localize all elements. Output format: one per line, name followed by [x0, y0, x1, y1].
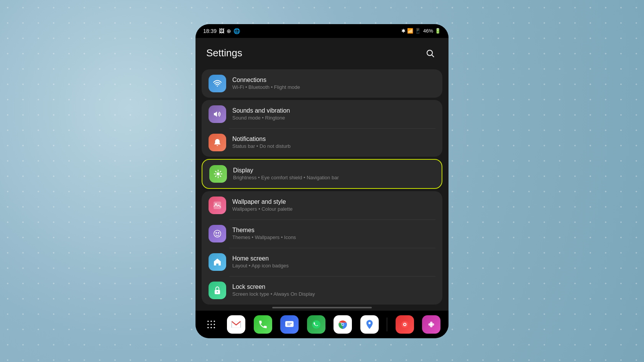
page-title: Settings: [206, 47, 242, 59]
svg-point-8: [215, 232, 217, 234]
display-title: Display: [233, 167, 435, 174]
mirroring-icon: [400, 319, 410, 329]
settings-item-display[interactable]: Display Brightness • Eye comfort shield …: [202, 160, 442, 188]
search-icon: [426, 49, 435, 58]
svg-point-9: [218, 232, 219, 234]
themes-icon-wrap: [209, 225, 226, 242]
status-icon-3: 🌐: [233, 28, 240, 34]
whatsapp-icon: [311, 319, 321, 329]
svg-rect-21: [285, 321, 294, 327]
svg-point-36: [430, 323, 432, 325]
wallpaper-title: Wallpaper and style: [232, 198, 435, 205]
display-text: Display Brightness • Eye comfort shield …: [233, 167, 435, 180]
homescreen-icon-wrap: [209, 253, 226, 271]
phone-frame: 18:39 🖼 ⊕ 🌐 ✱ 📶 📱 46% 🔋 Settings: [196, 24, 449, 338]
apps-grid-icon: [206, 319, 217, 330]
chrome-icon: [337, 319, 348, 330]
lockscreen-icon-wrap: [209, 282, 226, 299]
status-time: 18:39: [203, 28, 217, 34]
wallpaper-text: Wallpaper and style Wallpapers • Colour …: [232, 198, 435, 212]
settings-item-connections[interactable]: Connections Wi-Fi • Bluetooth • Flight m…: [202, 69, 442, 98]
signal-icon: 📱: [415, 28, 421, 34]
status-icon-2: ⊕: [227, 28, 231, 34]
dock-gmail[interactable]: [227, 315, 245, 334]
lockscreen-text: Lock screen Screen lock type • Always On…: [232, 283, 435, 297]
maps-icon: [364, 319, 375, 330]
svg-point-12: [207, 321, 209, 322]
display-icon-wrap: [209, 165, 227, 183]
bottom-dock: [196, 311, 449, 338]
connections-icon-wrap: [209, 75, 226, 92]
themes-title: Themes: [232, 227, 435, 234]
svg-point-11: [217, 291, 218, 292]
gmail-icon: [231, 320, 242, 329]
settings-group-connections: Connections Wi-Fi • Bluetooth • Flight m…: [202, 69, 442, 98]
svg-point-16: [210, 324, 212, 325]
svg-point-28: [368, 322, 370, 324]
connections-title: Connections: [232, 77, 435, 84]
notifications-icon: [213, 138, 222, 147]
settings-item-homescreen[interactable]: Home screen Layout • App icon badges: [202, 248, 442, 276]
display-subtitle: Brightness • Eye comfort shield • Naviga…: [233, 175, 435, 180]
apps-drawer-button[interactable]: [204, 317, 219, 332]
settings-group-display: Display Brightness • Eye comfort shield …: [202, 159, 442, 189]
bluetooth-icon: ✱: [401, 28, 406, 34]
svg-point-0: [427, 50, 432, 56]
settings-group-sounds: Sounds and vibration Sound mode • Ringto…: [202, 100, 442, 157]
battery-icon: 🔋: [435, 28, 441, 34]
status-bar: 18:39 🖼 ⊕ 🌐 ✱ 📶 📱 46% 🔋: [196, 24, 449, 38]
homescreen-icon: [213, 257, 222, 267]
svg-point-7: [214, 230, 221, 237]
sounds-icon: [213, 110, 222, 119]
phone-icon: [258, 319, 268, 329]
svg-point-15: [207, 324, 209, 325]
dock-chrome[interactable]: [334, 315, 352, 334]
status-icon-1: 🖼: [219, 28, 224, 34]
settings-item-sounds[interactable]: Sounds and vibration Sound mode • Ringto…: [202, 100, 442, 128]
svg-point-20: [214, 327, 215, 328]
connections-subtitle: Wi-Fi • Bluetooth • Flight mode: [232, 84, 435, 90]
dock-blossom[interactable]: [422, 315, 440, 334]
blossom-icon: [426, 319, 436, 329]
connections-text: Connections Wi-Fi • Bluetooth • Flight m…: [232, 77, 435, 90]
lockscreen-title: Lock screen: [232, 283, 435, 290]
svg-point-31: [404, 323, 406, 325]
sounds-subtitle: Sound mode • Ringtone: [232, 115, 435, 121]
notifications-text: Notifications Status bar • Do not distur…: [232, 136, 435, 149]
homescreen-subtitle: Layout • App icon badges: [232, 263, 435, 269]
dock-divider: [387, 318, 387, 331]
settings-header: Settings: [196, 38, 449, 67]
notifications-subtitle: Status bar • Do not disturb: [232, 143, 435, 149]
search-button[interactable]: [422, 46, 438, 61]
themes-text: Themes Themes • Wallpapers • Icons: [232, 227, 435, 240]
svg-line-1: [432, 55, 434, 57]
settings-content: Settings Con: [196, 38, 449, 311]
dock-messages[interactable]: [280, 315, 299, 334]
homescreen-text: Home screen Layout • App icon badges: [232, 255, 435, 269]
settings-item-themes[interactable]: Themes Themes • Wallpapers • Icons: [202, 219, 442, 248]
dock-maps[interactable]: [360, 315, 379, 334]
messages-icon: [284, 319, 294, 329]
settings-item-notifications[interactable]: Notifications Status bar • Do not distur…: [202, 128, 442, 157]
settings-item-wallpaper[interactable]: Wallpaper and style Wallpapers • Colour …: [202, 191, 442, 219]
svg-marker-3: [214, 111, 217, 117]
themes-subtitle: Themes • Wallpapers • Icons: [232, 234, 435, 240]
status-right: ✱ 📶 📱 46% 🔋: [401, 28, 441, 34]
sounds-icon-wrap: [209, 105, 226, 123]
dock-phone[interactable]: [254, 315, 272, 334]
lockscreen-icon: [213, 286, 222, 295]
sounds-text: Sounds and vibration Sound mode • Ringto…: [232, 107, 435, 121]
notifications-title: Notifications: [232, 136, 435, 143]
lockscreen-subtitle: Screen lock type • Always On Display: [232, 291, 435, 297]
svg-point-18: [207, 327, 209, 328]
settings-item-lockscreen[interactable]: Lock screen Screen lock type • Always On…: [202, 276, 442, 305]
dock-mirroring[interactable]: [396, 315, 414, 334]
svg-point-17: [214, 324, 215, 325]
svg-point-19: [210, 327, 212, 328]
notifications-icon-wrap: [209, 134, 226, 151]
battery-text: 46%: [423, 28, 433, 34]
svg-point-2: [217, 85, 218, 87]
sounds-title: Sounds and vibration: [232, 107, 435, 114]
svg-point-22: [312, 320, 320, 329]
dock-whatsapp[interactable]: [307, 315, 325, 334]
